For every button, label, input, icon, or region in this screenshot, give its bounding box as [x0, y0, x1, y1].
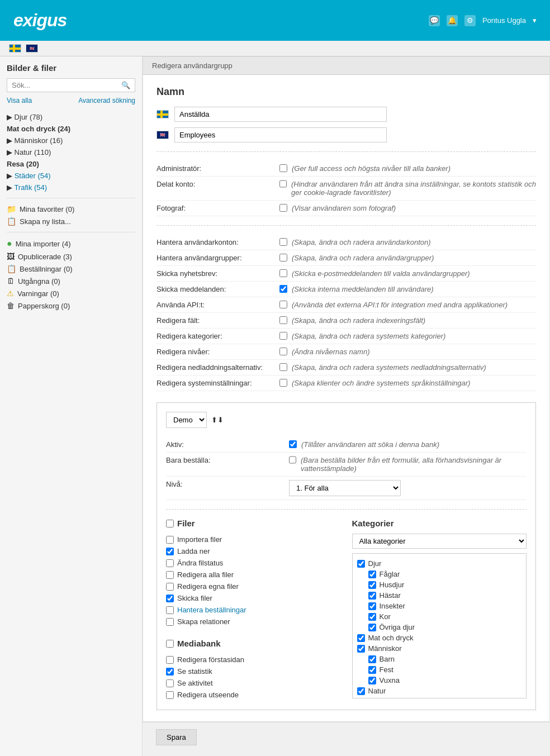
- bank-bara-checkbox[interactable]: [289, 456, 296, 464]
- settings-icon[interactable]: ⚙: [464, 15, 476, 26]
- name-se-input[interactable]: [174, 107, 387, 122]
- files-checkbox-redigera-egna[interactable]: [166, 583, 174, 591]
- cat-checkbox-husdjur[interactable]: [368, 581, 376, 589]
- mb-checkbox-statistik[interactable]: [166, 668, 174, 676]
- perm-checkbox-fotograf[interactable]: [279, 204, 287, 212]
- kategorier-select[interactable]: Alla kategorier: [352, 534, 527, 549]
- files-checkbox-ladda[interactable]: [166, 548, 174, 555]
- cat-checkbox-faglar[interactable]: [368, 570, 376, 578]
- save-button[interactable]: Spara: [156, 729, 197, 745]
- perm-checkbox-redigera-falt[interactable]: [279, 316, 287, 324]
- cat-checkbox-hastar[interactable]: [368, 592, 376, 600]
- cat-checkbox-barn[interactable]: [368, 655, 376, 663]
- files-checkbox-andra[interactable]: [166, 559, 174, 567]
- perm-checkbox-admin[interactable]: [279, 164, 287, 172]
- cat-checkbox-natur[interactable]: [357, 687, 365, 695]
- perm-checkbox-delat[interactable]: [279, 180, 287, 188]
- cat-checkbox-insekter[interactable]: [368, 602, 376, 610]
- perm-row-systeminst: Redigera systeminställningar: (Skapa kli…: [157, 375, 536, 391]
- username[interactable]: Pontus Uggla: [482, 16, 526, 25]
- mb-checkbox-aktivitet[interactable]: [166, 679, 174, 687]
- cat-label-fest: Fest: [380, 665, 393, 674]
- name-en-input[interactable]: [174, 127, 387, 142]
- notifications-icon[interactable]: 🔔: [447, 15, 458, 26]
- skapa-ny-lista[interactable]: 📋 Skapa ny lista...: [7, 215, 135, 227]
- perm-checkbox-redigera-niv[interactable]: [279, 348, 287, 355]
- files-checkbox-skapa-rel[interactable]: [166, 618, 174, 626]
- files-label-redigera-alla: Redigera alla filer: [177, 570, 234, 579]
- search-icon[interactable]: 🔍: [121, 81, 130, 89]
- files-checkbox-hantera-best[interactable]: [166, 606, 174, 614]
- mina-importer[interactable]: ● Mina importer (4): [7, 237, 135, 250]
- bestallningar[interactable]: 📋 Beställningar (0): [7, 263, 135, 275]
- mb-checkbox-forstasidan[interactable]: [166, 656, 174, 664]
- search-box: 🔍: [7, 78, 135, 92]
- stader-link[interactable]: Städer (54): [15, 172, 51, 180]
- perm-label-delat: Delat konto:: [157, 180, 279, 188]
- panel-header: Redigera användargrupp: [143, 57, 549, 75]
- cat-checkbox-fest[interactable]: [368, 666, 376, 674]
- cat-checkbox-manniskor[interactable]: [357, 645, 365, 653]
- flag-se[interactable]: [9, 44, 21, 53]
- sidebar-item-mat[interactable]: Mat och dryck (24): [7, 123, 135, 135]
- mina-favoriter[interactable]: 📁 Mina favoriter (0): [7, 203, 135, 215]
- perm-checkbox-api[interactable]: [279, 301, 287, 308]
- mb-checkbox-utseende[interactable]: [166, 691, 174, 699]
- perm-checkbox-systeminst[interactable]: [279, 379, 287, 387]
- cat-checkbox-blommor[interactable]: [368, 698, 376, 699]
- bank-aktiv-checkbox[interactable]: [289, 440, 297, 448]
- cat-natur: Natur: [357, 686, 522, 696]
- messages-icon[interactable]: 💬: [429, 15, 440, 26]
- opublicerade[interactable]: 🖼 Opublicerade (3): [7, 250, 135, 263]
- bank-select[interactable]: Demo: [166, 412, 207, 428]
- perm-row-hantera-grupper: Hantera användargrupper: (Skapa, ändra o…: [157, 250, 536, 266]
- search-input[interactable]: [12, 81, 121, 89]
- mb-item-forstasidan: Redigera förstasidan: [166, 654, 341, 665]
- visa-alla-link[interactable]: Visa alla: [7, 97, 32, 104]
- perm-checkbox-hantera-konton[interactable]: [279, 238, 287, 246]
- cat-checkbox-djur[interactable]: [357, 560, 365, 568]
- cat-checkbox-vuxna[interactable]: [368, 677, 376, 684]
- mediabank-all-checkbox[interactable]: [166, 640, 174, 648]
- cat-checkbox-mat[interactable]: [357, 634, 365, 642]
- cat-checkbox-kor[interactable]: [368, 613, 376, 621]
- perm-desc-redigera-falt: (Skapa, ändra och radera indexeringsfält…: [292, 316, 425, 325]
- skapa-ny-lista-link[interactable]: Skapa ny lista...: [20, 217, 71, 226]
- cat-checkbox-ovriga[interactable]: [368, 624, 376, 631]
- trafik-link[interactable]: Trafik (54): [14, 183, 47, 192]
- sidebar-item-djur[interactable]: ▶ Djur (78): [7, 111, 135, 123]
- perm-checkbox-hantera-grupper[interactable]: [279, 254, 287, 261]
- files-checkbox-importera[interactable]: [166, 536, 174, 544]
- sidebar-item-stader[interactable]: ▶ Städer (54): [7, 170, 135, 182]
- files-checkbox-skicka[interactable]: [166, 595, 174, 602]
- sidebar-item-trafik[interactable]: ▶ Trafik (54): [7, 182, 135, 193]
- perm-desc-nedladdning: (Skapa, ändra och radera systemets nedla…: [292, 363, 486, 372]
- perm-checkbox-nyhetsbrev[interactable]: [279, 269, 287, 277]
- perm-checkbox-meddelanden[interactable]: [279, 285, 287, 293]
- varningar[interactable]: ⚠ Varningar (0): [7, 287, 135, 299]
- sidebar-item-manniskor[interactable]: ▶ Människor (16): [7, 135, 135, 146]
- perm-desc-delat: (Hindrar användaren från att ändra sina …: [291, 180, 536, 197]
- perm-check-redigera-kat: (Skapa, ändra och radera systemets kateg…: [279, 332, 445, 340]
- user-dropdown-icon[interactable]: ▾: [533, 16, 537, 25]
- varningar-label: Varningar (0): [17, 289, 59, 298]
- sidebar-item-natur[interactable]: ▶ Natur (110): [7, 146, 135, 158]
- perm-checkbox-redigera-kat[interactable]: [279, 332, 287, 340]
- files-checkbox-redigera-alla[interactable]: [166, 571, 174, 579]
- avancerad-link[interactable]: Avancerad sökning: [78, 97, 135, 104]
- files-link-hantera-best[interactable]: Hantera beställningar: [177, 606, 246, 614]
- divider-2: [7, 232, 135, 232]
- content: Redigera användargrupp Namn 🇬🇧: [143, 56, 550, 756]
- perm-desc-api: (Använda det externa API:t för integrati…: [292, 301, 508, 309]
- cat-label-ovriga: Övriga djur: [380, 623, 415, 631]
- perm-check-redigera-falt: (Skapa, ändra och radera indexeringsfält…: [279, 316, 425, 325]
- papperskorg[interactable]: 🗑 Papperskorg (0): [7, 299, 135, 312]
- sidebar-item-resa[interactable]: Resa (20): [7, 158, 135, 170]
- utgangna[interactable]: 🗓 Utgångna (0): [7, 275, 135, 287]
- cat-label-manniskor: Människor: [368, 644, 402, 653]
- files-all-checkbox[interactable]: [166, 520, 174, 527]
- flag-uk[interactable]: 🇬🇧: [26, 44, 38, 53]
- bank-niva-select[interactable]: 1. För alla: [289, 480, 401, 496]
- perm-checkbox-nedladdning[interactable]: [279, 363, 287, 371]
- bank-niva-label: Nivå:: [166, 480, 289, 488]
